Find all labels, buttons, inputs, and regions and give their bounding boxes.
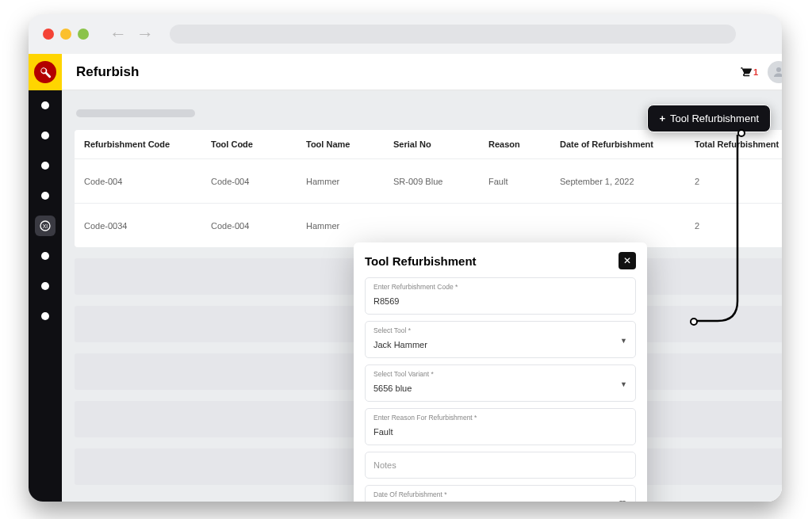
- browser-frame: ← → XI Refurbish: [29, 14, 782, 502]
- app-logo[interactable]: [29, 54, 62, 90]
- field-label: Date Of Refurbishment *: [373, 490, 627, 498]
- sidebar-item-7[interactable]: [41, 312, 49, 320]
- field-label: Select Tool Variant *: [373, 370, 627, 378]
- date-field[interactable]: Date Of Refurbishment * 9/17/2022: [365, 485, 636, 502]
- url-bar[interactable]: [170, 25, 736, 44]
- plus-icon: +: [659, 113, 665, 124]
- field-value: Fault: [373, 427, 393, 437]
- calendar-icon: [618, 499, 627, 502]
- cell-serial: SR-009 Blue: [393, 177, 488, 186]
- tool-refurbishment-modal: Tool Refurbishment ✕ Enter Refurbishment…: [354, 242, 647, 502]
- cell-tool-name: Hammer: [306, 177, 393, 186]
- sidebar: XI: [29, 54, 62, 502]
- page-title: Refurbish: [76, 64, 139, 80]
- svg-point-2: [776, 67, 781, 72]
- field-label: Enter Reason For Refurbishment *: [373, 414, 627, 422]
- notes-field[interactable]: Notes: [365, 452, 636, 479]
- sidebar-item-1[interactable]: [41, 101, 49, 109]
- field-value: R8569: [373, 296, 399, 306]
- th-tool-name: Tool Name: [306, 139, 393, 149]
- cell-date: September 1, 2022: [560, 177, 695, 186]
- cell-tool-code: Code-004: [211, 177, 306, 186]
- skeleton-bar: [76, 109, 195, 117]
- th-date: Date of Refurbishment: [560, 139, 695, 149]
- user-icon: [772, 65, 782, 79]
- th-serial: Serial No: [393, 139, 488, 149]
- window-close-dot[interactable]: [43, 29, 54, 40]
- sidebar-item-2[interactable]: [41, 132, 49, 139]
- sidebar-item-6[interactable]: [41, 282, 49, 290]
- cart-button[interactable]: 1: [738, 65, 758, 79]
- chevron-down-icon: ▼: [620, 337, 627, 345]
- field-label: Select Tool *: [373, 326, 627, 334]
- select-tool-field[interactable]: Select Tool * Jack Hammer ▼: [365, 321, 636, 358]
- field-label: Enter Refurbishment Code *: [373, 283, 627, 291]
- sidebar-item-5[interactable]: [41, 252, 49, 260]
- cart-icon: [738, 65, 753, 79]
- refurbishment-table: Refurbishment Code Tool Code Tool Name S…: [75, 130, 782, 247]
- sidebar-item-active[interactable]: XI: [35, 216, 56, 236]
- wrench-icon: [34, 61, 56, 83]
- close-icon: ✕: [623, 255, 631, 266]
- th-code: Refurbishment Code: [84, 139, 211, 149]
- table-header-row: Refurbishment Code Tool Code Tool Name S…: [75, 130, 782, 158]
- chevron-down-icon: ▼: [620, 380, 627, 388]
- sidebar-item-4[interactable]: [41, 192, 49, 200]
- th-reason: Reason: [488, 139, 560, 149]
- field-placeholder: Notes: [373, 456, 396, 475]
- browser-chrome-bar: ← →: [29, 14, 782, 54]
- field-value: Jack Hammer: [373, 340, 427, 349]
- callout-marker-modal: [690, 318, 698, 326]
- field-value: 5656 blue: [373, 384, 412, 393]
- cell-tool-name: Hammer: [306, 221, 393, 231]
- svg-rect-3: [619, 501, 626, 502]
- callout-connector: [694, 135, 741, 325]
- svg-text:XI: XI: [43, 223, 48, 229]
- window-maximize-dot[interactable]: [78, 29, 89, 40]
- select-variant-field[interactable]: Select Tool Variant * 5656 blue ▼: [365, 364, 636, 402]
- cell-code: Code-004: [84, 177, 211, 186]
- nav-forward-icon[interactable]: →: [136, 24, 154, 44]
- window-minimize-dot[interactable]: [60, 29, 71, 40]
- cell-reason: Fault: [488, 177, 560, 186]
- sidebar-item-3[interactable]: [41, 162, 49, 170]
- table-row[interactable]: Code-004 Code-004 Hammer SR-009 Blue Fau…: [75, 158, 782, 203]
- modal-title: Tool Refurbishment: [365, 254, 477, 268]
- reason-field[interactable]: Enter Reason For Refurbishment * Fault: [365, 408, 636, 445]
- th-tool-code: Tool Code: [211, 139, 306, 149]
- topbar: Refurbish 1: [62, 54, 782, 90]
- add-button-label: Tool Refurbishment: [670, 113, 759, 124]
- callout-marker-button: [737, 129, 745, 137]
- cell-code: Code-0034: [84, 221, 211, 231]
- refurbishment-code-field[interactable]: Enter Refurbishment Code * R8569: [365, 277, 636, 315]
- add-tool-refurbishment-button[interactable]: + Tool Refurbishment: [647, 105, 771, 132]
- cart-count: 1: [753, 67, 758, 77]
- modal-close-button[interactable]: ✕: [619, 252, 636, 269]
- cell-tool-code: Code-004: [211, 221, 306, 231]
- nav-back-icon[interactable]: ←: [109, 24, 127, 44]
- avatar[interactable]: [768, 61, 782, 83]
- table-row[interactable]: Code-0034 Code-004 Hammer 2: [75, 203, 782, 247]
